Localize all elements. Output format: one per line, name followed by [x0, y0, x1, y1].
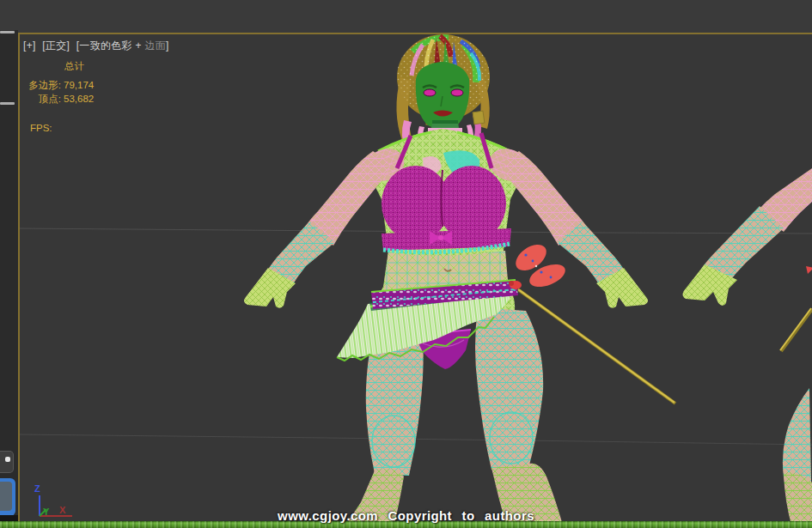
viewport-label: [+] [正交] [一致的色彩 + 边面] — [23, 39, 173, 53]
viewport-view-menu[interactable]: [正交] — [42, 39, 70, 52]
vertices-value: 53,682 — [64, 92, 94, 106]
shading-mode-text: [一致的色彩 + — [76, 39, 142, 52]
thumbnail-inner — [0, 482, 12, 511]
panel-divider-handle[interactable] — [0, 31, 15, 33]
polygons-label: 多边形: — [28, 78, 61, 92]
stats-row-polygons: 多边形: 79,174 — [28, 78, 94, 92]
polygons-value: 79,174 — [64, 78, 94, 92]
fps-label: FPS: — [30, 123, 94, 133]
viewport-general-menu[interactable]: [+] — [23, 39, 36, 52]
panel-divider-handle-2[interactable] — [0, 102, 15, 105]
panel-button-icon — [5, 457, 10, 462]
watermark-text: www.cgjoy.com Copyright to authors — [0, 508, 812, 523]
viewport-canvas[interactable]: Z Y X — [0, 0, 812, 528]
character-model[interactable] — [244, 34, 675, 528]
stats-total-header: 总计 — [64, 60, 94, 73]
viewport-shading-menu[interactable]: [一致的色彩 + 边面] — [76, 39, 169, 52]
stats-row-vertices: 顶点: 53,682 — [28, 92, 94, 106]
shading-close-bracket: ] — [166, 39, 169, 52]
vertices-label: 顶点: — [28, 92, 61, 106]
shading-edged-faces-text: 边面 — [144, 39, 166, 52]
secondary-character-model[interactable] — [683, 168, 812, 528]
left-panel-edge — [0, 30, 18, 528]
statistics-overlay: 总计 多边形: 79,174 顶点: 53,682 FPS: — [28, 60, 94, 133]
axis-z-label: Z — [34, 483, 40, 494]
collapsed-panel-button[interactable] — [0, 451, 14, 473]
screenshot-root: Z Y X [+] [正交] [一致的色彩 + 边面] 总计 多边形: 79,1… — [0, 0, 812, 528]
